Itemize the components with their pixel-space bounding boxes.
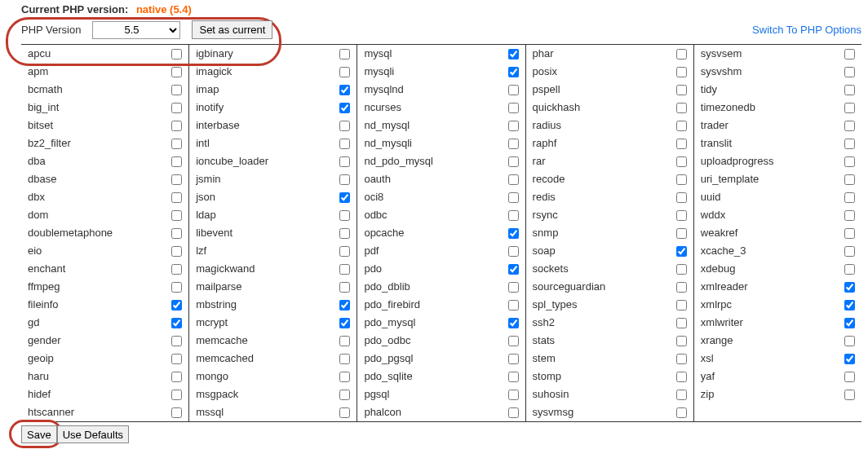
extension-checkbox[interactable] bbox=[339, 354, 350, 364]
extension-checkbox[interactable] bbox=[676, 407, 687, 418]
extension-checkbox[interactable] bbox=[844, 300, 855, 310]
extension-checkbox[interactable] bbox=[844, 156, 855, 167]
extension-checkbox[interactable] bbox=[676, 372, 687, 382]
extension-checkbox[interactable] bbox=[171, 67, 182, 77]
extension-checkbox[interactable] bbox=[339, 210, 350, 221]
extension-checkbox[interactable] bbox=[339, 246, 350, 257]
extension-checkbox[interactable] bbox=[676, 246, 687, 257]
extension-checkbox[interactable] bbox=[339, 103, 350, 113]
extension-checkbox[interactable] bbox=[339, 282, 350, 293]
extension-checkbox[interactable] bbox=[844, 372, 855, 382]
extension-checkbox[interactable] bbox=[508, 49, 519, 59]
extension-checkbox[interactable] bbox=[339, 300, 350, 310]
extension-checkbox[interactable] bbox=[676, 85, 687, 95]
extension-checkbox[interactable] bbox=[339, 390, 350, 400]
extension-checkbox[interactable] bbox=[844, 318, 855, 328]
extension-checkbox[interactable] bbox=[844, 336, 855, 346]
extension-checkbox[interactable] bbox=[844, 174, 855, 185]
extension-checkbox[interactable] bbox=[508, 300, 519, 310]
extension-checkbox[interactable] bbox=[171, 354, 182, 364]
extension-checkbox[interactable] bbox=[676, 156, 687, 167]
extension-checkbox[interactable] bbox=[339, 67, 350, 77]
extension-checkbox[interactable] bbox=[339, 336, 350, 346]
extension-checkbox[interactable] bbox=[508, 354, 519, 364]
extension-checkbox[interactable] bbox=[508, 156, 519, 167]
extension-checkbox[interactable] bbox=[508, 85, 519, 95]
extension-checkbox[interactable] bbox=[508, 210, 519, 221]
extension-checkbox[interactable] bbox=[844, 49, 855, 59]
extension-checkbox[interactable] bbox=[676, 354, 687, 364]
set-current-button[interactable]: Set as current bbox=[192, 20, 272, 39]
extension-checkbox[interactable] bbox=[676, 264, 687, 275]
extension-checkbox[interactable] bbox=[339, 264, 350, 275]
extension-checkbox[interactable] bbox=[844, 192, 855, 203]
extension-checkbox[interactable] bbox=[676, 103, 687, 113]
extension-checkbox[interactable] bbox=[676, 318, 687, 328]
extension-checkbox[interactable] bbox=[171, 390, 182, 400]
extension-checkbox[interactable] bbox=[844, 282, 855, 293]
extension-checkbox[interactable] bbox=[508, 264, 519, 275]
extension-checkbox[interactable] bbox=[676, 282, 687, 293]
extension-checkbox[interactable] bbox=[171, 372, 182, 382]
extension-checkbox[interactable] bbox=[844, 390, 855, 400]
extension-checkbox[interactable] bbox=[844, 67, 855, 77]
extension-checkbox[interactable] bbox=[844, 264, 855, 275]
extension-checkbox[interactable] bbox=[171, 407, 182, 418]
extension-checkbox[interactable] bbox=[508, 372, 519, 382]
extension-checkbox[interactable] bbox=[844, 103, 855, 113]
extension-checkbox[interactable] bbox=[339, 228, 350, 239]
extension-checkbox[interactable] bbox=[508, 121, 519, 131]
extension-checkbox[interactable] bbox=[339, 318, 350, 328]
extension-checkbox[interactable] bbox=[844, 139, 855, 149]
extension-checkbox[interactable] bbox=[676, 139, 687, 149]
extension-checkbox[interactable] bbox=[171, 228, 182, 239]
extension-checkbox[interactable] bbox=[339, 85, 350, 95]
extension-checkbox[interactable] bbox=[676, 67, 687, 77]
extension-checkbox[interactable] bbox=[844, 121, 855, 131]
extension-checkbox[interactable] bbox=[508, 192, 519, 203]
extension-checkbox[interactable] bbox=[844, 354, 855, 364]
extension-checkbox[interactable] bbox=[171, 264, 182, 275]
extension-checkbox[interactable] bbox=[676, 210, 687, 221]
extension-checkbox[interactable] bbox=[508, 336, 519, 346]
extension-checkbox[interactable] bbox=[508, 174, 519, 185]
extension-checkbox[interactable] bbox=[844, 228, 855, 239]
extension-checkbox[interactable] bbox=[508, 139, 519, 149]
extension-checkbox[interactable] bbox=[339, 407, 350, 418]
extension-checkbox[interactable] bbox=[508, 318, 519, 328]
use-defaults-button[interactable]: Use Defaults bbox=[57, 425, 129, 443]
extension-checkbox[interactable] bbox=[844, 246, 855, 257]
switch-options-link[interactable]: Switch To PHP Options bbox=[752, 24, 861, 36]
extension-checkbox[interactable] bbox=[171, 282, 182, 293]
extension-checkbox[interactable] bbox=[508, 246, 519, 257]
extension-checkbox[interactable] bbox=[171, 318, 182, 328]
extension-checkbox[interactable] bbox=[339, 49, 350, 59]
extension-checkbox[interactable] bbox=[171, 174, 182, 185]
extension-checkbox[interactable] bbox=[676, 300, 687, 310]
extension-checkbox[interactable] bbox=[339, 174, 350, 185]
extension-checkbox[interactable] bbox=[508, 390, 519, 400]
extension-checkbox[interactable] bbox=[508, 67, 519, 77]
extension-checkbox[interactable] bbox=[844, 85, 855, 95]
php-version-select[interactable]: 5.5 bbox=[92, 21, 180, 39]
extension-checkbox[interactable] bbox=[508, 407, 519, 418]
save-button[interactable]: Save bbox=[21, 425, 57, 443]
extension-checkbox[interactable] bbox=[171, 246, 182, 257]
extension-checkbox[interactable] bbox=[676, 192, 687, 203]
extension-checkbox[interactable] bbox=[171, 156, 182, 167]
extension-checkbox[interactable] bbox=[339, 192, 350, 203]
extension-checkbox[interactable] bbox=[676, 49, 687, 59]
extension-checkbox[interactable] bbox=[676, 336, 687, 346]
extension-checkbox[interactable] bbox=[508, 228, 519, 239]
extension-checkbox[interactable] bbox=[171, 139, 182, 149]
extension-checkbox[interactable] bbox=[339, 121, 350, 131]
extension-checkbox[interactable] bbox=[676, 174, 687, 185]
extension-checkbox[interactable] bbox=[508, 282, 519, 293]
extension-checkbox[interactable] bbox=[676, 228, 687, 239]
extension-checkbox[interactable] bbox=[339, 156, 350, 167]
extension-checkbox[interactable] bbox=[339, 139, 350, 149]
extension-checkbox[interactable] bbox=[171, 103, 182, 113]
extension-checkbox[interactable] bbox=[676, 121, 687, 131]
extension-checkbox[interactable] bbox=[171, 300, 182, 310]
extension-checkbox[interactable] bbox=[171, 85, 182, 95]
